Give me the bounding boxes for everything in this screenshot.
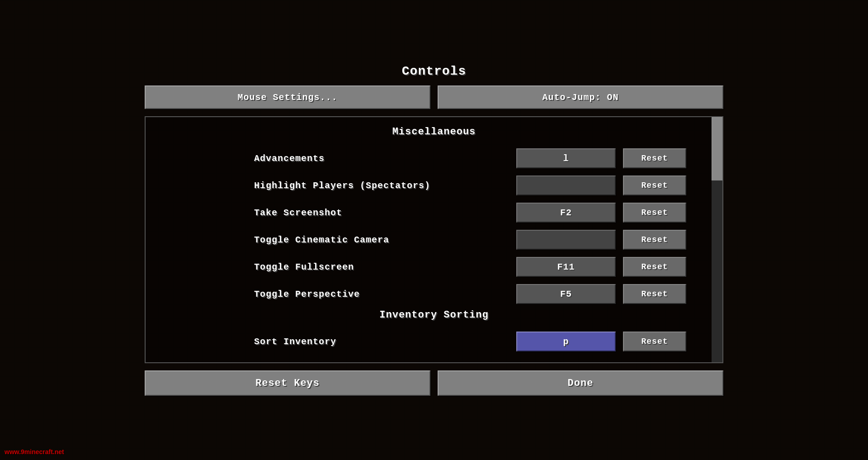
section-header-inventory-sorting: Inventory Sorting xyxy=(146,308,722,322)
key-button-toggle-perspective[interactable]: F5 xyxy=(516,284,616,304)
reset-button-sort-inventory[interactable]: Reset xyxy=(623,332,686,351)
scrollbar-thumb[interactable] xyxy=(712,117,722,180)
reset-button-toggle-perspective[interactable]: Reset xyxy=(623,284,686,304)
binding-row-sort-inventory: Sort Inventory p Reset xyxy=(146,328,722,355)
binding-row-toggle-fullscreen: Toggle Fullscreen F11 Reset xyxy=(146,253,722,280)
reset-button-highlight-players[interactable]: Reset xyxy=(623,175,686,195)
page-title: Controls xyxy=(402,64,466,78)
binding-row-toggle-cinematic: Toggle Cinematic Camera Reset xyxy=(146,226,722,253)
key-button-toggle-cinematic[interactable] xyxy=(516,230,616,250)
done-button[interactable]: Done xyxy=(438,370,723,396)
key-button-sort-inventory[interactable]: p xyxy=(516,332,616,351)
key-button-advancements[interactable]: l xyxy=(516,148,616,168)
mouse-settings-button[interactable]: Mouse Settings... xyxy=(145,85,430,109)
binding-label-toggle-perspective: Toggle Perspective xyxy=(254,289,516,299)
binding-label-take-screenshot: Take Screenshot xyxy=(254,208,516,218)
reset-button-advancements[interactable]: Reset xyxy=(623,148,686,168)
binding-row-highlight-players: Highlight Players (Spectators) Reset xyxy=(146,172,722,199)
binding-label-toggle-cinematic: Toggle Cinematic Camera xyxy=(254,235,516,245)
watermark: www.9minecraft.net xyxy=(5,448,64,455)
scrollbar-track xyxy=(712,117,722,362)
top-buttons-row: Mouse Settings... Auto-Jump: ON xyxy=(145,85,723,109)
reset-button-toggle-cinematic[interactable]: Reset xyxy=(623,230,686,250)
binding-row-toggle-perspective: Toggle Perspective F5 Reset xyxy=(146,280,722,308)
binding-row-take-screenshot: Take Screenshot F2 Reset xyxy=(146,199,722,226)
key-button-toggle-fullscreen[interactable]: F11 xyxy=(516,257,616,277)
section-header-miscellaneous: Miscellaneous xyxy=(146,124,722,139)
reset-button-take-screenshot[interactable]: Reset xyxy=(623,203,686,223)
key-button-take-screenshot[interactable]: F2 xyxy=(516,203,616,223)
binding-label-advancements: Advancements xyxy=(254,153,516,164)
key-button-highlight-players[interactable] xyxy=(516,175,616,195)
binding-label-highlight-players: Highlight Players (Spectators) xyxy=(254,180,516,191)
bottom-buttons-row: Reset Keys Done xyxy=(145,370,723,396)
keybindings-scroll-area: Miscellaneous Advancements l Reset Highl… xyxy=(145,116,723,363)
reset-button-toggle-fullscreen[interactable]: Reset xyxy=(623,257,686,277)
reset-keys-button[interactable]: Reset Keys xyxy=(145,370,430,396)
binding-label-toggle-fullscreen: Toggle Fullscreen xyxy=(254,262,516,272)
binding-row-advancements: Advancements l Reset xyxy=(146,145,722,172)
auto-jump-button[interactable]: Auto-Jump: ON xyxy=(438,85,723,109)
binding-label-sort-inventory: Sort Inventory xyxy=(254,337,516,347)
